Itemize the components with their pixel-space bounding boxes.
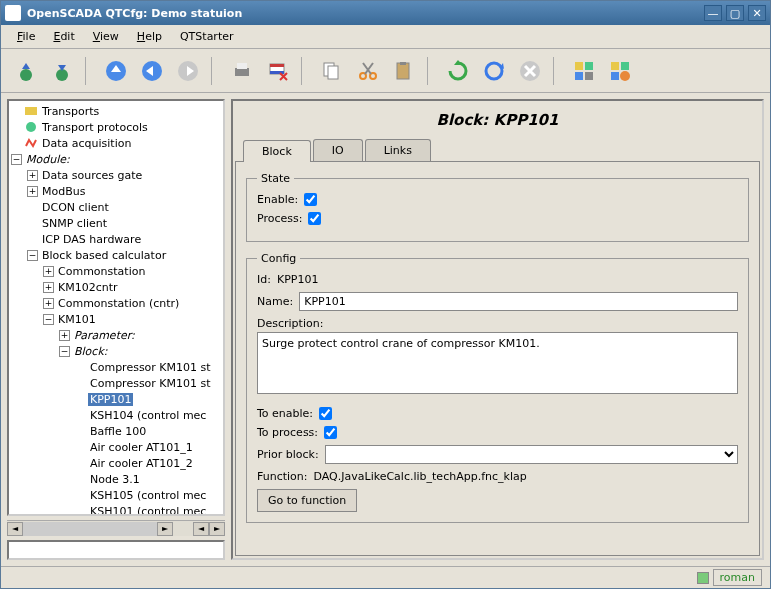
value-function: DAQ.JavaLikeCalc.lib_techApp.fnc_klap xyxy=(314,470,527,483)
tree-ksh101[interactable]: KSH101 (control mec xyxy=(9,503,223,516)
tab-links[interactable]: Links xyxy=(365,139,431,161)
label-function: Function: xyxy=(257,470,308,483)
scroll-right2-icon[interactable]: ► xyxy=(209,522,225,536)
tree-ksh104[interactable]: KSH104 (control mec xyxy=(9,407,223,423)
label-enable: Enable: xyxy=(257,193,298,206)
tree-comp-km101-b[interactable]: Compressor KM101 st xyxy=(9,375,223,391)
paste-icon[interactable] xyxy=(389,56,419,86)
tree-tprotocols[interactable]: Transport protocols xyxy=(9,119,223,135)
tree-comp-km101-a[interactable]: Compressor KM101 st xyxy=(9,359,223,375)
nav-back-icon[interactable] xyxy=(137,56,167,86)
tree-ksh105[interactable]: KSH105 (control mec xyxy=(9,487,223,503)
toolbar xyxy=(1,49,770,93)
disk-down-icon[interactable] xyxy=(47,56,77,86)
tree-baffle[interactable]: Baffle 100 xyxy=(9,423,223,439)
tree-parameter[interactable]: +Parameter: xyxy=(9,327,223,343)
tree-at101-1[interactable]: Air cooler AT101_1 xyxy=(9,439,223,455)
label-priorblock: Prior block: xyxy=(257,448,319,461)
tree-bbc[interactable]: −Block based calculator xyxy=(9,247,223,263)
svg-rect-15 xyxy=(400,62,406,65)
tree-hscroll[interactable]: ◄ ► ◄ ► xyxy=(7,520,225,536)
menu-view[interactable]: View xyxy=(85,27,127,46)
legend-state: State xyxy=(257,172,294,185)
tree-dsgate[interactable]: +Data sources gate xyxy=(9,167,223,183)
tree-view[interactable]: Transports Transport protocols Data acqu… xyxy=(7,99,225,516)
select-priorblock[interactable] xyxy=(325,445,738,464)
svg-point-0 xyxy=(20,69,32,81)
tree-block[interactable]: −Block: xyxy=(9,343,223,359)
svg-point-25 xyxy=(620,71,630,81)
bottom-listbox[interactable] xyxy=(7,540,225,560)
svg-rect-24 xyxy=(611,72,619,80)
svg-rect-26 xyxy=(25,107,37,115)
label-toprocess: To process: xyxy=(257,426,318,439)
tree-snmp[interactable]: SNMP client xyxy=(9,215,223,231)
stop-icon[interactable] xyxy=(515,56,545,86)
minimize-button[interactable]: — xyxy=(704,5,722,21)
label-description: Description: xyxy=(257,317,323,330)
scroll-left2-icon[interactable]: ◄ xyxy=(193,522,209,536)
status-led-icon xyxy=(697,572,709,584)
input-name[interactable] xyxy=(299,292,738,311)
nav-up-icon[interactable] xyxy=(101,56,131,86)
menu-qtstarter[interactable]: QTStarter xyxy=(172,27,242,46)
checkbox-process[interactable] xyxy=(308,212,321,225)
close-button[interactable]: ✕ xyxy=(748,5,766,21)
svg-rect-11 xyxy=(328,66,338,79)
tree-module[interactable]: −Module: xyxy=(9,151,223,167)
tree-transports[interactable]: Transports xyxy=(9,103,223,119)
tree-km102cntr[interactable]: +KM102cntr xyxy=(9,279,223,295)
nav-forward-icon[interactable] xyxy=(173,56,203,86)
tree-at101-2[interactable]: Air cooler AT101_2 xyxy=(9,455,223,471)
tree-icpdas[interactable]: ICP DAS hardware xyxy=(9,231,223,247)
cut-icon[interactable] xyxy=(353,56,383,86)
tree-node31[interactable]: Node 3.1 xyxy=(9,471,223,487)
svg-rect-23 xyxy=(621,62,629,70)
menu-help[interactable]: Help xyxy=(129,27,170,46)
statusbar: roman xyxy=(1,566,770,588)
legend-config: Config xyxy=(257,252,300,265)
label-id: Id: xyxy=(257,273,271,286)
flag-delete-icon[interactable] xyxy=(263,56,293,86)
textarea-description[interactable] xyxy=(257,332,738,394)
svg-rect-19 xyxy=(585,62,593,70)
tool2-icon[interactable] xyxy=(605,56,635,86)
refresh-icon[interactable] xyxy=(443,56,473,86)
tab-bar: Block IO Links xyxy=(235,139,760,161)
svg-rect-14 xyxy=(397,63,409,79)
menu-file[interactable]: File xyxy=(9,27,43,46)
app-window: OpenSCADA QTCfg: Demo statuion — ▢ ✕ Fil… xyxy=(0,0,771,589)
titlebar: OpenSCADA QTCfg: Demo statuion — ▢ ✕ xyxy=(1,1,770,25)
disk-up-icon[interactable] xyxy=(11,56,41,86)
left-pane: Transports Transport protocols Data acqu… xyxy=(7,99,225,560)
tree-commonstation-cntr[interactable]: +Commonstation (cntr) xyxy=(9,295,223,311)
tree-km101[interactable]: −KM101 xyxy=(9,311,223,327)
page-title: Block: KPP101 xyxy=(235,103,760,139)
checkbox-toenable[interactable] xyxy=(319,407,332,420)
tree-commonstation[interactable]: +Commonstation xyxy=(9,263,223,279)
svg-rect-21 xyxy=(585,72,593,80)
tree-dcon[interactable]: DCON client xyxy=(9,199,223,215)
tree-modbus[interactable]: +ModBus xyxy=(9,183,223,199)
scroll-right-icon[interactable]: ► xyxy=(157,522,173,536)
tab-body: State Enable: Process: Config Id: KPP101 xyxy=(235,161,760,556)
svg-rect-8 xyxy=(270,64,284,67)
tab-io[interactable]: IO xyxy=(313,139,363,161)
checkbox-toprocess[interactable] xyxy=(324,426,337,439)
menubar: File Edit View Help QTStarter xyxy=(1,25,770,49)
print-icon[interactable] xyxy=(227,56,257,86)
svg-rect-22 xyxy=(611,62,619,70)
checkbox-enable[interactable] xyxy=(304,193,317,206)
value-id: KPP101 xyxy=(277,273,318,286)
content-area: Transports Transport protocols Data acqu… xyxy=(1,93,770,566)
goto-function-button[interactable]: Go to function xyxy=(257,489,357,512)
tree-dataacq[interactable]: Data acquisition xyxy=(9,135,223,151)
scroll-left-icon[interactable]: ◄ xyxy=(7,522,23,536)
tool1-icon[interactable] xyxy=(569,56,599,86)
copy-icon[interactable] xyxy=(317,56,347,86)
maximize-button[interactable]: ▢ xyxy=(726,5,744,21)
tab-block[interactable]: Block xyxy=(243,140,311,162)
menu-edit[interactable]: Edit xyxy=(45,27,82,46)
tree-kpp101[interactable]: KPP101 xyxy=(9,391,223,407)
cycle-icon[interactable] xyxy=(479,56,509,86)
